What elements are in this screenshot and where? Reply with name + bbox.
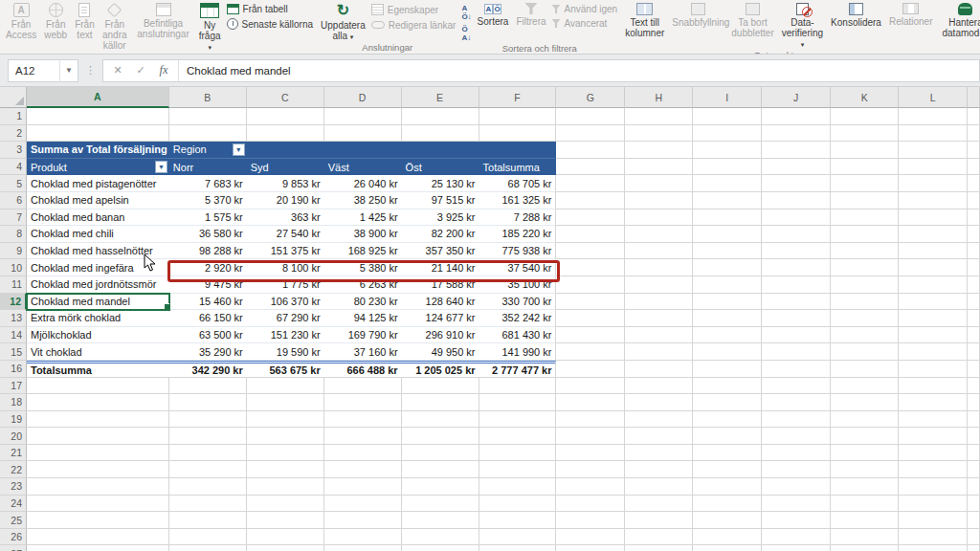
cell-L1[interactable] xyxy=(899,108,968,125)
cell-C18[interactable] xyxy=(247,394,324,411)
edit-links-button[interactable]: Redigera länkar xyxy=(371,19,457,31)
cell-G10[interactable] xyxy=(556,259,625,276)
cell-I19[interactable] xyxy=(693,411,762,429)
cell-K26[interactable] xyxy=(831,529,899,546)
cell-A18[interactable] xyxy=(27,394,169,411)
cell-H4[interactable] xyxy=(625,159,693,176)
cell-F13[interactable]: 352 242 kr xyxy=(479,310,557,327)
cell-J10[interactable] xyxy=(762,259,831,276)
cell-C26[interactable] xyxy=(247,529,324,546)
cell-H2[interactable] xyxy=(625,125,693,143)
cell-J16[interactable] xyxy=(762,361,831,378)
row-header-3[interactable]: 3 xyxy=(0,142,27,159)
cell-I20[interactable] xyxy=(693,428,762,445)
cell-B23[interactable] xyxy=(169,478,247,496)
cell-partial-8[interactable] xyxy=(968,226,980,243)
cell-F19[interactable] xyxy=(479,411,557,429)
cell-J27[interactable] xyxy=(762,545,831,551)
cell-G22[interactable] xyxy=(556,461,625,478)
cell-I10[interactable] xyxy=(693,259,762,276)
column-header-G[interactable]: G xyxy=(556,87,625,108)
cell-L19[interactable] xyxy=(899,411,968,429)
column-header-J[interactable]: J xyxy=(762,87,831,108)
cell-F6[interactable]: 161 325 kr xyxy=(479,192,557,209)
cell-D9[interactable]: 168 925 kr xyxy=(324,243,402,260)
cell-C15[interactable]: 19 590 kr xyxy=(247,343,324,361)
cell-K6[interactable] xyxy=(831,192,899,209)
cell-H16[interactable] xyxy=(625,361,693,378)
cell-G14[interactable] xyxy=(556,327,625,344)
cell-L5[interactable] xyxy=(899,175,968,192)
cell-K22[interactable] xyxy=(831,461,899,478)
cell-E4[interactable]: Öst xyxy=(402,159,479,176)
cell-G7[interactable] xyxy=(556,209,625,227)
produkt-filter-dropdown[interactable]: ▼ xyxy=(155,161,167,173)
cell-L2[interactable] xyxy=(899,125,968,143)
cell-C17[interactable] xyxy=(247,378,324,395)
cell-C12[interactable]: 106 370 kr xyxy=(247,294,324,311)
cell-partial-19[interactable] xyxy=(968,411,980,429)
cell-G23[interactable] xyxy=(556,478,625,496)
row-header-16[interactable]: 16 xyxy=(0,361,27,378)
cell-G11[interactable] xyxy=(556,276,625,294)
cell-partial-21[interactable] xyxy=(968,445,980,462)
cell-A13[interactable]: Extra mörk choklad xyxy=(27,310,169,327)
cell-partial-10[interactable] xyxy=(968,259,980,276)
cell-E7[interactable]: 3 925 kr xyxy=(402,209,479,227)
cell-E24[interactable] xyxy=(402,496,479,513)
existing-connections-button[interactable]: Befintliga anslutningar xyxy=(133,1,192,39)
cell-A8[interactable]: Choklad med chili xyxy=(27,226,169,243)
cell-K7[interactable] xyxy=(831,209,899,227)
cell-H23[interactable] xyxy=(625,478,693,496)
cell-F7[interactable]: 7 288 kr xyxy=(479,209,557,227)
column-header-partial[interactable] xyxy=(968,87,980,108)
cell-J17[interactable] xyxy=(762,378,831,395)
cell-E19[interactable] xyxy=(402,411,479,429)
cell-H11[interactable] xyxy=(625,276,693,294)
cell-partial-9[interactable] xyxy=(968,243,980,260)
cell-I26[interactable] xyxy=(693,529,762,546)
cell-F23[interactable] xyxy=(479,478,557,496)
reapply-filter-button[interactable]: Använd igen xyxy=(552,4,618,14)
cell-L20[interactable] xyxy=(899,428,968,445)
cell-H22[interactable] xyxy=(625,461,693,478)
cell-partial-18[interactable] xyxy=(968,394,980,411)
cell-L22[interactable] xyxy=(899,461,968,478)
cell-L8[interactable] xyxy=(899,226,968,243)
row-header-19[interactable]: 19 xyxy=(0,411,27,429)
cell-partial-20[interactable] xyxy=(968,428,980,445)
cell-H12[interactable] xyxy=(625,294,693,311)
cell-G16[interactable] xyxy=(556,361,625,378)
cell-F10[interactable]: 37 540 kr xyxy=(479,259,557,276)
cell-B22[interactable] xyxy=(169,461,247,478)
cell-A26[interactable] xyxy=(27,529,169,546)
cell-D16[interactable]: 666 488 kr xyxy=(324,361,402,378)
cell-B7[interactable]: 1 575 kr xyxy=(169,209,247,227)
cell-D20[interactable] xyxy=(324,428,402,445)
cell-B21[interactable] xyxy=(169,445,247,462)
cell-D10[interactable]: 5 380 kr xyxy=(324,259,402,276)
cell-F4[interactable]: Totalsumma xyxy=(479,159,557,176)
cell-I27[interactable] xyxy=(693,545,762,551)
cell-partial-6[interactable] xyxy=(968,192,980,209)
cell-partial-23[interactable] xyxy=(968,478,980,496)
cell-L4[interactable] xyxy=(899,159,968,176)
column-header-K[interactable]: K xyxy=(831,87,899,108)
cell-A17[interactable] xyxy=(27,378,169,395)
cell-I11[interactable] xyxy=(693,276,762,294)
cell-B25[interactable] xyxy=(169,512,247,529)
column-header-A[interactable]: A xyxy=(27,87,169,108)
cell-E8[interactable]: 82 200 kr xyxy=(402,226,479,243)
cell-J3[interactable] xyxy=(762,142,831,159)
cell-B14[interactable]: 63 500 kr xyxy=(169,327,247,344)
row-header-7[interactable]: 7 xyxy=(0,209,27,227)
cell-E6[interactable]: 97 515 kr xyxy=(402,192,479,209)
cell-D22[interactable] xyxy=(324,461,402,478)
cell-G20[interactable] xyxy=(556,428,625,445)
cell-J9[interactable] xyxy=(762,243,831,260)
cell-B19[interactable] xyxy=(169,411,247,429)
row-header-12[interactable]: 12 xyxy=(0,294,27,311)
remove-duplicates-button[interactable]: Ta bort dubbletter xyxy=(727,1,777,38)
cell-I8[interactable] xyxy=(693,226,762,243)
cell-I15[interactable] xyxy=(693,343,762,361)
